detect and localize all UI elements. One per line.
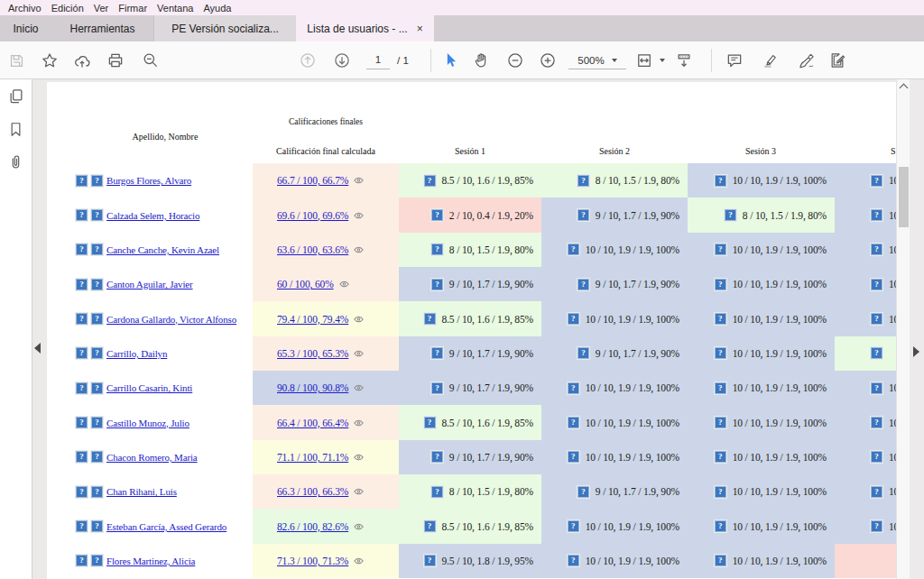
page-down-icon[interactable] [333, 51, 351, 69]
student-name-link[interactable]: Cardona Gallardo, Victor Alfonso [106, 314, 236, 325]
session-grade-text: 9 / 10, 1.7 / 1.9, 90% [596, 210, 679, 221]
comment-icon[interactable] [725, 51, 744, 69]
page-thumbnails-icon[interactable] [7, 87, 25, 106]
final-grade-link[interactable]: 71.3 / 100, 71.3% [277, 556, 348, 566]
fit-width-caret-icon[interactable] [660, 59, 665, 62]
zoom-level-select[interactable]: 500% [568, 52, 626, 69]
missing-image-icon: ? [871, 382, 882, 394]
student-name-link[interactable]: Castillo Munoz, Julio [106, 418, 189, 428]
session-grade-text: 10 [889, 279, 896, 290]
table-row: ??Burgos Flores, Alvaro66.7 / 100, 66.7%… [47, 163, 896, 198]
final-grade-link[interactable]: 65.3 / 100, 65.3% [277, 348, 348, 359]
eye-icon[interactable] [354, 246, 364, 253]
print-icon[interactable] [106, 51, 125, 69]
student-name-link[interactable]: Canton Aguilar, Javier [106, 279, 193, 290]
eye-icon[interactable] [354, 488, 364, 495]
student-name-link[interactable]: Burgos Flores, Alvaro [106, 175, 191, 186]
select-cursor-icon[interactable] [442, 51, 460, 69]
missing-image-icon: ? [568, 451, 579, 463]
session-4-grade-cell: ?10 [835, 163, 896, 198]
session-grade-text: 10 / 10, 1.9 / 1.9, 100% [733, 556, 827, 566]
highlight-icon[interactable] [761, 51, 779, 69]
final-grade-link[interactable]: 60 / 100, 60% [277, 279, 334, 290]
session-1-grade-cell: ?9 / 10, 1.7 / 1.9, 90% [399, 267, 541, 301]
student-name-link[interactable]: Carrillo Casarin, Kinti [106, 382, 192, 393]
eye-icon[interactable] [354, 419, 364, 427]
menu-archivo[interactable]: Archivo [8, 3, 42, 14]
eye-icon[interactable] [354, 454, 364, 461]
sign-icon[interactable] [798, 51, 816, 69]
missing-image-icon: ? [424, 313, 436, 325]
zoom-in-icon[interactable] [539, 51, 557, 69]
zoom-out-tool-icon[interactable] [142, 51, 160, 69]
final-grade-link[interactable]: 82.6 / 100, 82.6% [277, 521, 348, 532]
bookmarks-icon[interactable] [7, 121, 25, 139]
session-1-grade-cell: ?8 / 10, 1.5 / 1.9, 80% [399, 474, 541, 509]
session-1-grade-cell: ?2 / 10, 0.4 / 1.9, 20% [399, 198, 541, 232]
scroll-up-icon[interactable] [900, 84, 909, 93]
tab-herramientas[interactable]: Herramientas [51, 15, 153, 41]
session-grade-text: 9 / 10, 1.7 / 1.9, 90% [449, 279, 533, 290]
session-grade-text: 10 [889, 244, 896, 255]
eye-icon[interactable] [354, 212, 364, 219]
student-name-link[interactable]: Canche Canche, Kevin Azael [106, 244, 219, 255]
session-grade-text: 10 / 10, 1.9 / 1.9, 100% [586, 418, 679, 428]
tab-document-1[interactable]: PE Versión socializa... [153, 15, 296, 41]
final-grade-link[interactable]: 69.6 / 100, 69.6% [277, 210, 348, 221]
student-name-link[interactable]: Chacon Romero, Maria [106, 452, 198, 463]
session-2-grade-cell: ?9 / 10, 1.7 / 1.9, 90% [541, 336, 688, 371]
final-grade-link[interactable]: 63.6 / 100, 63.6% [277, 244, 348, 255]
final-grade-cell: 71.1 / 100, 71.1% [253, 440, 399, 474]
tab-inicio[interactable]: Inicio [0, 15, 51, 41]
student-name-link[interactable]: Chan Rihani, Luis [106, 486, 177, 497]
eye-icon[interactable] [354, 523, 364, 530]
menu-edicion[interactable]: Edición [51, 3, 84, 14]
menu-ver[interactable]: Ver [94, 3, 109, 14]
missing-image-icon: ? [871, 244, 882, 255]
vertical-scrollbar[interactable] [896, 79, 910, 579]
page-number-input[interactable]: 1 [366, 52, 390, 69]
final-grade-link[interactable]: 71.1 / 100, 71.1% [277, 452, 348, 463]
student-name-link[interactable]: Carrillo, Dailyn [106, 348, 167, 359]
student-name-cell: ??Carrillo, Dailyn [47, 336, 253, 371]
session-grade-text: 10 / 10, 1.9 / 1.9, 100% [586, 452, 679, 463]
eye-icon[interactable] [339, 280, 349, 288]
session-1-grade-cell: ?9 / 10, 1.7 / 1.9, 90% [399, 336, 541, 371]
hand-tool-icon[interactable] [473, 51, 491, 69]
attachments-icon[interactable] [7, 153, 25, 171]
final-grade-link[interactable]: 66.3 / 100, 66.3% [277, 486, 348, 497]
star-icon[interactable] [41, 51, 59, 69]
student-name-link[interactable]: Esteban García, Assed Gerardo [106, 521, 226, 532]
menu-ventana[interactable]: Ventana [157, 3, 193, 14]
save-icon[interactable] [7, 51, 25, 69]
eye-icon[interactable] [354, 316, 364, 323]
student-name-cell: ??Esteban García, Assed Gerardo [47, 509, 253, 543]
page-up-icon[interactable] [299, 51, 317, 69]
tab-close-icon[interactable]: × [417, 23, 423, 34]
final-grade-link[interactable]: 66.7 / 100, 66.7% [277, 175, 348, 186]
final-grade-link[interactable]: 90.8 / 100, 90.8% [277, 382, 348, 393]
table-row: ??Carrillo Casarin, Kinti90.8 / 100, 90.… [47, 371, 896, 405]
menu-firmar[interactable]: Firmar [118, 3, 147, 14]
missing-image-icon: ? [578, 209, 589, 221]
menu-ayuda[interactable]: Ayuda [203, 3, 231, 14]
eye-icon[interactable] [354, 557, 364, 565]
eye-icon[interactable] [354, 177, 364, 184]
cloud-upload-icon[interactable] [73, 51, 91, 69]
next-page-arrow[interactable] [913, 346, 919, 357]
session-2-grade-cell: ?9 / 10, 1.7 / 1.9, 90% [541, 198, 688, 232]
missing-image-icon: ? [91, 244, 103, 255]
eye-icon[interactable] [354, 350, 364, 357]
student-name-link[interactable]: Flores Martinez, Alicia [106, 556, 195, 566]
scroll-mode-icon[interactable] [675, 51, 693, 69]
scrollbar-thumb[interactable] [899, 167, 909, 227]
previous-page-arrow[interactable] [34, 343, 41, 354]
tab-document-2-active[interactable]: Lista de usuarios - ... × [296, 15, 434, 41]
zoom-out-icon[interactable] [506, 51, 524, 69]
final-grade-link[interactable]: 66.4 / 100, 66.4% [277, 418, 348, 428]
student-name-link[interactable]: Calzada Selem, Horacio [106, 210, 199, 221]
fill-sign-icon[interactable] [828, 51, 846, 69]
eye-icon[interactable] [354, 384, 364, 391]
fit-width-icon[interactable] [635, 51, 653, 69]
final-grade-link[interactable]: 79.4 / 100, 79.4% [277, 314, 348, 325]
